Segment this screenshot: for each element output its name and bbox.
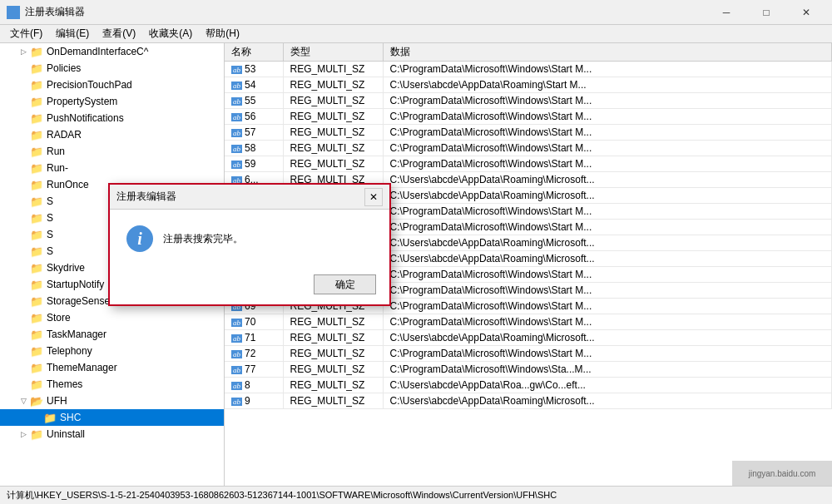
dialog-footer: 确定: [110, 268, 389, 304]
search-complete-dialog: 注册表编辑器 ✕ i 注册表搜索完毕。 确定: [108, 183, 391, 306]
dialog-title-bar: 注册表编辑器 ✕: [110, 185, 389, 210]
dialog-body: i 注册表搜索完毕。: [110, 210, 389, 268]
dialog-message: 注册表搜索完毕。: [163, 232, 243, 246]
dialog-ok-button[interactable]: 确定: [314, 274, 376, 294]
dialog-overlay: 注册表编辑器 ✕ i 注册表搜索完毕。 确定: [0, 0, 832, 504]
dialog-title: 注册表编辑器: [116, 190, 176, 204]
info-icon: i: [126, 225, 153, 252]
dialog-close-button[interactable]: ✕: [364, 188, 383, 206]
